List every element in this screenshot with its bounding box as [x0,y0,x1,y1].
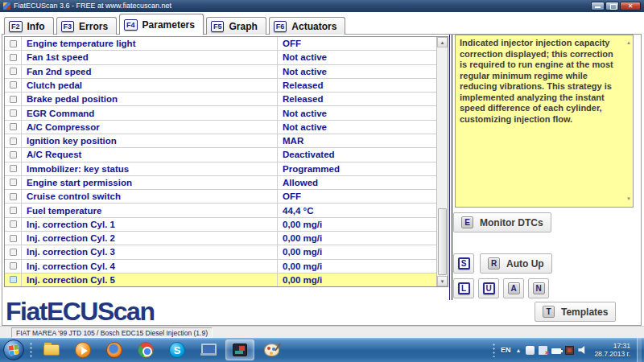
row-checkbox[interactable] [10,179,17,186]
row-checkbox[interactable] [10,151,17,158]
row-checkbox[interactable] [10,193,17,200]
monitor-dtcs-label: Monitor DTCs [480,217,543,228]
action-center-icon[interactable] [526,346,535,355]
firefox-taskbar-button[interactable] [100,339,129,360]
parameter-row[interactable]: Inj. correction Cyl. 5 0,00 mg/i [5,274,436,286]
taskbar-grip [29,342,33,358]
u-key-button[interactable]: U [478,278,499,298]
maximize-button[interactable] [605,2,619,10]
n-key-button[interactable]: N [528,278,549,298]
l-key-button[interactable]: L [453,278,474,298]
row-checkbox[interactable] [10,220,17,228]
tray-grip [492,343,496,357]
checkbox-cell [5,204,22,216]
parameter-name: Immobilizer: key status [22,162,278,175]
row-checkbox[interactable] [10,235,17,242]
auto-up-button[interactable]: R Auto Up [480,253,552,274]
row-checkbox[interactable] [10,96,17,103]
tab-bar: F2 Info F3 Errors F4 Parameters F5 Graph… [4,14,348,35]
devices-taskbar-button[interactable] [194,339,223,360]
row-checkbox[interactable] [10,207,17,214]
close-button[interactable] [620,2,641,10]
table-scrollbar[interactable] [436,37,448,286]
panel-separator [449,35,452,300]
tab-fkey: F3 [61,21,75,32]
parameter-row[interactable]: Inj. correction Cyl. 1 0,00 mg/i [5,218,436,232]
taskbar-clock[interactable]: 17:31 28.7.2013 г. [594,342,630,358]
parameter-name: Inj. correction Cyl. 5 [22,274,278,286]
row-checkbox[interactable] [10,138,17,145]
row-checkbox[interactable] [10,276,17,283]
parameter-name: Inj. correction Cyl. 2 [22,232,278,245]
row-checkbox[interactable] [10,68,17,75]
row-checkbox[interactable] [10,54,17,61]
tray-icons [526,345,588,355]
parameter-row[interactable]: Engine temperature light OFF [5,37,436,51]
row-checkbox[interactable] [10,249,17,256]
parameter-row[interactable]: Inj. correction Cyl. 2 0,00 mg/i [5,232,436,245]
parameter-row[interactable]: Engine start permission Allowed [5,176,436,190]
parameter-row[interactable]: Inj. correction Cyl. 3 0,00 mg/i [5,245,436,259]
paint-taskbar-button[interactable] [257,339,286,360]
parameter-value: MAR [278,134,436,147]
row-checkbox[interactable] [10,109,17,117]
network-error-icon[interactable] [539,346,547,355]
tab-actuators[interactable]: F6 Actuators [269,17,346,35]
fiatecuscan-logo: FiatECUScan [6,297,154,327]
scrollbar-thumb[interactable] [438,208,447,275]
volume-icon[interactable] [578,345,588,355]
parameter-row[interactable]: Fan 2nd speed Not active [5,65,436,79]
row-checkbox[interactable] [10,262,17,269]
explorer-taskbar-button[interactable] [37,339,66,360]
tab-errors[interactable]: F3 Errors [56,17,118,35]
parameter-row[interactable]: A/C Compressor Not active [5,121,436,134]
tab-info[interactable]: F2 Info [4,17,54,35]
show-desktop-button[interactable] [637,338,642,362]
skype-taskbar-button[interactable] [163,339,192,360]
skype-icon [169,342,185,358]
ecuscan-taskbar-button[interactable] [225,339,254,360]
row-checkbox[interactable] [10,40,17,47]
start-button[interactable] [3,339,24,360]
device-icon[interactable] [565,346,574,355]
tab-graph[interactable]: F5 Graph [206,17,266,35]
paint-icon [264,343,279,356]
row-checkbox[interactable] [10,123,17,130]
minimize-button[interactable] [591,2,605,10]
parameter-value: Released [278,79,436,92]
parameter-row[interactable]: Inj. correction Cyl. 4 0,00 mg/i [5,260,436,274]
parameter-row[interactable]: Brake pedal position Released [5,93,436,106]
row-checkbox[interactable] [10,81,17,88]
parameter-name: Inj. correction Cyl. 3 [22,245,278,258]
info-scroll-down-icon[interactable] [626,194,631,205]
row-checkbox[interactable] [10,165,17,172]
show-hidden-icons-chevron[interactable]: ▲ [515,348,521,353]
clock-date: 28.7.2013 г. [594,350,630,358]
tab-parameters[interactable]: F4 Parameters [119,14,204,35]
battery-icon[interactable] [551,348,561,354]
statusbar: FIAT MAREA '99 JTD 105 / Bosch EDC15 Die… [0,326,644,338]
info-scroll-up-icon[interactable] [626,38,631,49]
parameter-row[interactable]: Immobilizer: key status Programmed [5,162,436,176]
chrome-taskbar-button[interactable] [131,339,160,360]
templates-button[interactable]: T Templates [535,302,616,322]
parameter-row[interactable]: Fan 1st speed Not active [5,51,436,64]
parameter-value: 0,00 mg/i [278,260,436,273]
parameter-row[interactable]: Fuel temperature 44,4 °C [5,204,436,217]
language-indicator[interactable]: EN [501,346,511,354]
parameter-row[interactable]: EGR Command Not active [5,106,436,120]
parameter-name: A/C Request [22,148,278,161]
scroll-up-icon[interactable] [437,37,448,47]
monitor-dtcs-button[interactable]: E Monitor DTCs [453,212,551,232]
parameter-row[interactable]: A/C Request Deactivated [5,148,436,162]
checkbox-cell [5,245,22,258]
parameter-row[interactable]: Cruise control switch OFF [5,190,436,204]
parameter-row[interactable]: Clutch pedal Released [5,79,436,93]
media-player-taskbar-button[interactable] [68,339,97,360]
scroll-down-icon[interactable] [437,276,448,286]
s-key-button[interactable]: S [453,253,474,274]
parameter-row[interactable]: Ignition key position MAR [5,134,436,148]
parameter-value: Allowed [278,176,436,189]
templates-label: Templates [561,306,608,318]
a-key-button[interactable]: A [503,278,524,298]
